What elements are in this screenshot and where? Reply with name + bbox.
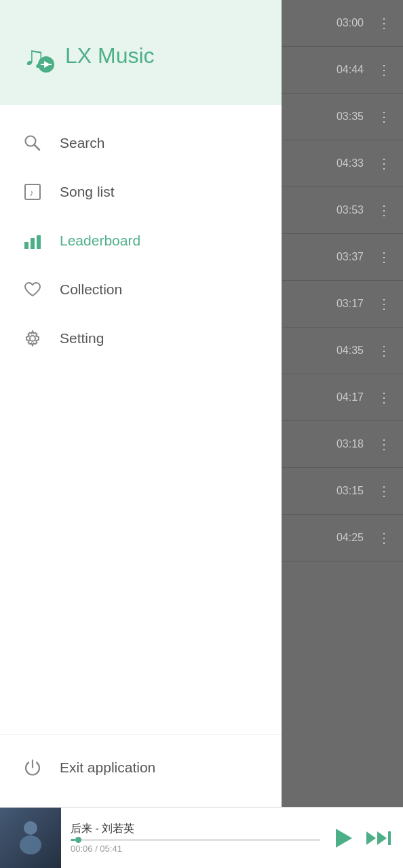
svg-rect-10 bbox=[37, 235, 41, 249]
track-duration: 04:33 bbox=[333, 157, 364, 170]
now-playing-info: 后来 - 刘若英 00:06 / 05:41 bbox=[61, 822, 327, 854]
sidebar-nav: Search ♪ Song list bbox=[0, 105, 282, 734]
sidebar-item-song-list[interactable]: ♪ Song list bbox=[0, 167, 282, 216]
skip-forward-button[interactable] bbox=[365, 825, 392, 852]
more-options-icon[interactable]: ⋮ bbox=[375, 12, 394, 34]
table-row: 03:00 ⋮ bbox=[282, 0, 403, 47]
svg-point-11 bbox=[30, 336, 35, 341]
exit-label: Exit application bbox=[60, 760, 155, 776]
sidebar-header: ♫ LX Music bbox=[0, 0, 282, 105]
track-duration: 03:18 bbox=[333, 438, 364, 450]
track-duration: 03:53 bbox=[333, 204, 364, 216]
svg-rect-8 bbox=[24, 242, 28, 249]
track-duration: 03:15 bbox=[333, 485, 364, 497]
play-icon bbox=[336, 829, 352, 848]
leaderboard-icon bbox=[20, 229, 45, 253]
table-row: 04:17 ⋮ bbox=[282, 374, 403, 421]
songlist-icon: ♪ bbox=[20, 180, 45, 204]
now-playing-time: 00:06 / 05:41 bbox=[71, 844, 320, 854]
more-options-icon[interactable]: ⋮ bbox=[375, 527, 394, 549]
progress-dot bbox=[75, 837, 81, 843]
table-row: 03:18 ⋮ bbox=[282, 421, 403, 468]
now-playing-title: 后来 - 刘若英 bbox=[71, 822, 320, 836]
more-options-icon[interactable]: ⋮ bbox=[375, 153, 394, 174]
sidebar-item-song-list-label: Song list bbox=[60, 184, 115, 200]
table-row: 04:44 ⋮ bbox=[282, 47, 403, 94]
progress-bar[interactable] bbox=[71, 839, 320, 841]
track-duration: 03:17 bbox=[333, 298, 364, 310]
table-row: 03:17 ⋮ bbox=[282, 281, 403, 328]
sidebar-item-collection[interactable]: Collection bbox=[0, 265, 282, 314]
table-row: 03:15 ⋮ bbox=[282, 468, 403, 515]
more-options-icon[interactable]: ⋮ bbox=[375, 387, 394, 408]
table-row: 04:35 ⋮ bbox=[282, 328, 403, 374]
svg-point-15 bbox=[20, 835, 41, 854]
track-duration: 03:00 bbox=[333, 17, 364, 29]
svg-rect-9 bbox=[31, 238, 35, 249]
more-options-icon[interactable]: ⋮ bbox=[375, 340, 394, 361]
playback-controls bbox=[327, 823, 403, 854]
more-options-icon[interactable]: ⋮ bbox=[375, 293, 394, 315]
table-row: 04:25 ⋮ bbox=[282, 515, 403, 561]
exit-button[interactable]: Exit application bbox=[20, 749, 261, 787]
app-logo-icon: ♫ bbox=[20, 39, 56, 74]
more-options-icon[interactable]: ⋮ bbox=[375, 199, 394, 221]
more-options-icon[interactable]: ⋮ bbox=[375, 106, 394, 127]
sidebar-item-collection-label: Collection bbox=[60, 281, 122, 298]
search-icon bbox=[20, 131, 45, 155]
table-row: 03:53 ⋮ bbox=[282, 187, 403, 234]
heart-icon bbox=[20, 277, 45, 302]
svg-point-14 bbox=[24, 821, 37, 835]
table-row: 03:37 ⋮ bbox=[282, 234, 403, 281]
setting-icon bbox=[20, 326, 45, 351]
skip-forward-icon bbox=[366, 831, 391, 845]
sidebar-item-search[interactable]: Search bbox=[0, 119, 282, 167]
track-duration: 03:35 bbox=[333, 111, 364, 123]
table-row: 03:35 ⋮ bbox=[282, 94, 403, 140]
sidebar-item-leaderboard[interactable]: Leaderboard bbox=[0, 216, 282, 265]
sidebar: ♫ LX Music Search bbox=[0, 0, 282, 807]
more-options-icon[interactable]: ⋮ bbox=[375, 59, 394, 81]
sidebar-footer: Exit application bbox=[0, 734, 282, 807]
play-button[interactable] bbox=[327, 823, 358, 854]
svg-text:♪: ♪ bbox=[29, 187, 34, 198]
now-playing-bar: 后来 - 刘若英 00:06 / 05:41 bbox=[0, 807, 403, 868]
track-duration: 04:44 bbox=[333, 64, 364, 76]
album-art[interactable] bbox=[0, 808, 61, 869]
table-row: 04:33 ⋮ bbox=[282, 140, 403, 187]
track-duration: 04:17 bbox=[333, 391, 364, 403]
progress-fill bbox=[71, 839, 75, 841]
app-title: LX Music bbox=[65, 43, 155, 68]
track-duration: 04:35 bbox=[333, 344, 364, 357]
svg-line-5 bbox=[35, 145, 40, 151]
more-options-icon[interactable]: ⋮ bbox=[375, 433, 394, 455]
track-duration: 04:25 bbox=[333, 532, 364, 544]
power-icon bbox=[20, 755, 45, 780]
track-list: 03:00 ⋮ 04:44 ⋮ 03:35 ⋮ 04:33 ⋮ 03:53 ⋮ … bbox=[282, 0, 403, 807]
track-duration: 03:37 bbox=[333, 251, 364, 263]
sidebar-item-search-label: Search bbox=[60, 135, 105, 151]
more-options-icon[interactable]: ⋮ bbox=[375, 480, 394, 502]
progress-bar-container[interactable] bbox=[71, 839, 320, 841]
sidebar-item-setting-label: Setting bbox=[60, 330, 104, 347]
sidebar-item-setting[interactable]: Setting bbox=[0, 314, 282, 363]
more-options-icon[interactable]: ⋮ bbox=[375, 246, 394, 268]
sidebar-item-leaderboard-label: Leaderboard bbox=[60, 233, 140, 249]
